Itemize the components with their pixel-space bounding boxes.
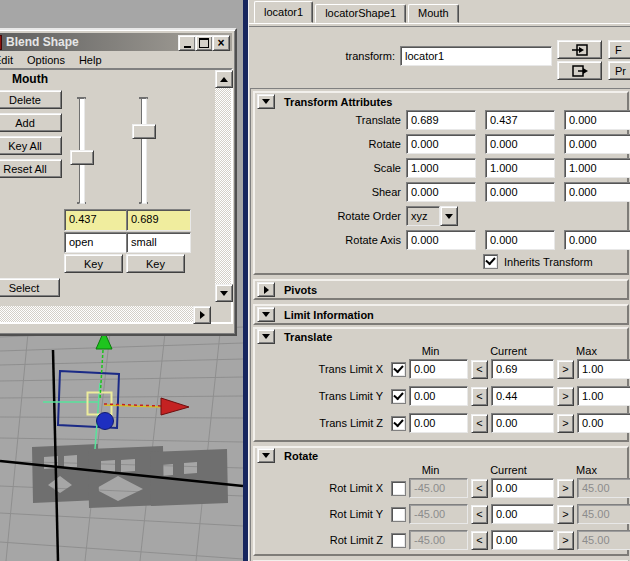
key-all-button[interactable]: Key All [0, 136, 62, 155]
shear-y-field[interactable]: 0.000 [485, 182, 555, 202]
transform-attributes-header[interactable]: Transform Attributes [255, 93, 627, 110]
tab-locator1[interactable]: locator1 [254, 1, 313, 23]
small-name-field[interactable]: small [126, 232, 191, 253]
current-field[interactable]: 0.69 [491, 359, 554, 379]
increment-button[interactable]: > [557, 505, 574, 524]
max-field[interactable]: 1.00 [577, 359, 630, 379]
blend-target-faces[interactable] [32, 444, 228, 508]
max-field[interactable]: 45.00 [577, 504, 630, 524]
minimize-button[interactable] [178, 35, 196, 51]
pivots-header[interactable]: Pivots [255, 281, 627, 298]
collapse-button[interactable] [257, 448, 275, 463]
translate-x-field[interactable]: 0.689 [406, 110, 476, 130]
increment-button[interactable]: > [557, 479, 574, 498]
min-field[interactable]: -45.00 [409, 530, 468, 550]
decrement-button[interactable]: < [471, 531, 488, 550]
dropdown-button[interactable] [440, 206, 458, 226]
min-enable-checkbox[interactable] [391, 389, 406, 404]
open-name-field[interactable]: open [64, 232, 129, 253]
increment-button[interactable]: > [557, 360, 574, 379]
z-axis-handle[interactable] [97, 413, 114, 430]
rotate-axis-y-field[interactable]: 0.000 [485, 230, 555, 250]
horizontal-scrollbar[interactable] [0, 306, 211, 322]
transform-name-field[interactable]: locator1 [400, 46, 552, 66]
decrement-button[interactable]: < [471, 479, 488, 498]
decrement-button[interactable]: < [471, 414, 488, 433]
min-field[interactable]: 0.00 [409, 413, 468, 433]
open-weight-field[interactable]: 0.437 [64, 209, 129, 231]
tab-locatorshape1[interactable]: locatorShape1 [315, 4, 406, 23]
translate-limits-header[interactable]: Translate [255, 329, 627, 344]
small-weight-field[interactable]: 0.689 [126, 209, 191, 231]
scale-y-field[interactable]: 1.000 [485, 158, 555, 178]
current-field[interactable]: 0.00 [491, 478, 554, 498]
x-axis-handle[interactable] [161, 398, 189, 415]
rotate-order-dropdown[interactable]: xyz [406, 206, 458, 226]
collapse-button[interactable] [257, 329, 275, 344]
menu-edit[interactable]: Edit [0, 54, 13, 66]
open-slider-handle[interactable] [70, 150, 94, 165]
key-open-button[interactable]: Key [64, 254, 123, 273]
min-enable-checkbox[interactable] [391, 533, 406, 548]
focus-button[interactable]: F [608, 40, 630, 59]
reset-all-button[interactable]: Reset All [0, 159, 62, 178]
translate-z-field[interactable]: 0.000 [564, 110, 630, 130]
current-field[interactable]: 0.00 [491, 504, 554, 524]
min-enable-checkbox[interactable] [391, 416, 406, 431]
decrement-button[interactable]: < [471, 387, 488, 406]
limit-information-header[interactable]: Limit Information [255, 306, 627, 323]
min-enable-checkbox[interactable] [391, 481, 406, 496]
maximize-button[interactable] [195, 35, 213, 51]
rotate-axis-z-field[interactable]: 0.000 [564, 230, 630, 250]
scale-z-field[interactable]: 1.000 [564, 158, 630, 178]
max-field[interactable]: 0.00 [577, 413, 630, 433]
increment-button[interactable]: > [557, 531, 574, 550]
increment-button[interactable]: > [557, 387, 574, 406]
copy-tab-button[interactable] [557, 61, 602, 80]
min-enable-checkbox[interactable] [391, 507, 406, 522]
rotate-y-field[interactable]: 0.000 [485, 134, 555, 154]
min-field[interactable]: 0.00 [409, 359, 468, 379]
add-button[interactable]: Add [0, 113, 62, 132]
min-field[interactable]: -45.00 [409, 504, 468, 524]
small-slider-handle[interactable] [132, 124, 156, 139]
max-field[interactable]: 1.00 [577, 386, 630, 406]
scale-x-field[interactable]: 1.000 [406, 158, 476, 178]
current-field[interactable]: 0.00 [491, 530, 554, 550]
small-slider-track[interactable] [141, 98, 147, 204]
delete-button[interactable]: Delete [0, 90, 62, 109]
collapse-button[interactable] [257, 282, 275, 297]
decrement-button[interactable]: < [471, 360, 488, 379]
increment-button[interactable]: > [557, 414, 574, 433]
select-button[interactable]: Select [0, 278, 60, 297]
min-field[interactable]: -45.00 [409, 478, 468, 498]
menu-help[interactable]: Help [79, 54, 102, 66]
max-field[interactable]: 45.00 [577, 530, 630, 550]
vertical-scrollbar[interactable] [215, 70, 231, 302]
rotate-x-field[interactable]: 0.000 [406, 134, 476, 154]
min-field[interactable]: 0.00 [409, 386, 468, 406]
translate-y-field[interactable]: 0.437 [485, 110, 555, 130]
scroll-right-button[interactable] [193, 306, 211, 324]
rotate-z-field[interactable]: 0.000 [564, 134, 630, 154]
current-field[interactable]: 0.44 [491, 386, 554, 406]
rotate-order-value[interactable]: xyz [406, 206, 440, 226]
rotate-limits-header[interactable]: Rotate [255, 448, 627, 463]
close-button[interactable]: × [212, 35, 230, 51]
menu-options[interactable]: Options [27, 54, 65, 66]
window-titlebar[interactable]: Blend Shape × [0, 33, 232, 51]
tab-mouth[interactable]: Mouth [408, 4, 459, 23]
load-attributes-button[interactable] [557, 40, 602, 59]
shear-x-field[interactable]: 0.000 [406, 182, 476, 202]
key-small-button[interactable]: Key [126, 254, 185, 273]
collapse-button[interactable] [257, 94, 275, 109]
scroll-up-button[interactable] [215, 70, 233, 88]
shear-z-field[interactable]: 0.000 [564, 182, 630, 202]
inherits-transform-checkbox[interactable] [483, 254, 498, 269]
scroll-down-button[interactable] [215, 284, 233, 302]
min-enable-checkbox[interactable] [391, 362, 406, 377]
max-field[interactable]: 45.00 [577, 478, 630, 498]
presets-button[interactable]: Pr [608, 61, 630, 80]
rotate-axis-x-field[interactable]: 0.000 [406, 230, 476, 250]
collapse-button[interactable] [257, 307, 275, 322]
